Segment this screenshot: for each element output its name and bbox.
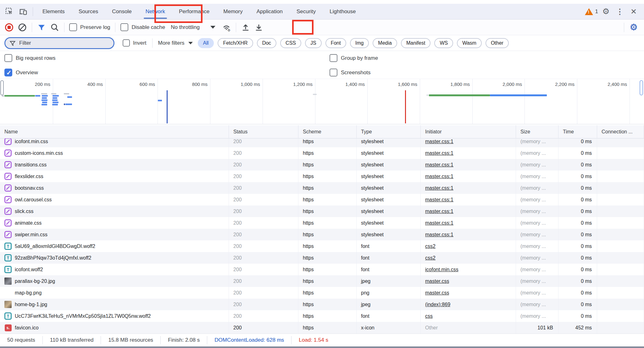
column-header-type[interactable]: Type <box>357 125 421 138</box>
initiator-link[interactable]: master.css:1 <box>425 220 453 226</box>
overview-box[interactable] <box>4 69 12 76</box>
console-warnings-button[interactable]: 1 <box>585 8 598 15</box>
filter-chip-fetch-xhr[interactable]: Fetch/XHR <box>218 38 253 48</box>
table-row[interactable]: slick.css200httpsstylesheetmaster.css:1(… <box>0 205 644 217</box>
import-har-icon[interactable] <box>239 21 252 34</box>
tab-memory[interactable]: Memory <box>216 4 249 20</box>
overview-checkbox[interactable]: Overview <box>4 69 38 76</box>
big-request-rows-box[interactable] <box>4 54 12 62</box>
network-conditions-icon[interactable]: ⚙ <box>220 21 233 34</box>
request-name-cell[interactable]: Ticofont.woff2 <box>0 264 229 275</box>
tab-application[interactable]: Application <box>250 4 290 20</box>
group-by-frame-box[interactable] <box>330 54 337 62</box>
search-icon[interactable] <box>48 21 61 34</box>
column-header-status[interactable]: Status <box>229 125 298 138</box>
column-header-scheme[interactable]: Scheme <box>298 125 357 138</box>
group-by-frame-checkbox[interactable]: Group by frame <box>330 54 378 62</box>
more-options-icon[interactable]: ⋮ <box>614 6 626 18</box>
filter-chip-css[interactable]: CSS <box>280 38 301 48</box>
table-row[interactable]: map-bg.png200httpspngmaster.css(memory .… <box>0 287 644 299</box>
column-header-size[interactable]: Size <box>516 125 558 138</box>
request-name-cell[interactable]: slick.css <box>0 205 229 217</box>
initiator-link[interactable]: master.css:1 <box>425 174 453 179</box>
clear-network-log-button[interactable] <box>16 21 29 34</box>
request-name-cell[interactable]: bootsnav.css <box>0 182 229 194</box>
filter-chip-wasm[interactable]: Wasm <box>457 38 482 48</box>
tab-elements[interactable]: Elements <box>36 4 72 20</box>
inspect-element-icon[interactable] <box>3 6 16 17</box>
disable-cache-checkbox[interactable]: Disable cache <box>120 23 165 31</box>
device-toolbar-icon[interactable] <box>16 6 30 17</box>
initiator-link[interactable]: icofont.min.css <box>425 267 458 272</box>
table-row[interactable]: icofont.min.css200httpsstylesheetmaster.… <box>0 138 644 147</box>
table-row[interactable]: flexslider.css200httpsstylesheetmaster.c… <box>0 171 644 182</box>
disable-cache-checkbox-box[interactable] <box>120 23 128 31</box>
preserve-log-checkbox[interactable]: Preserve log <box>69 23 110 31</box>
request-name-cell[interactable]: owl.carousel.css <box>0 194 229 205</box>
table-row[interactable]: animate.css200httpsstylesheetmaster.css:… <box>0 217 644 229</box>
request-name-cell[interactable]: home-bg-1.jpg <box>0 299 229 310</box>
request-name-cell[interactable]: animate.css <box>0 217 229 229</box>
export-har-icon[interactable] <box>252 21 265 34</box>
filter-chip-manifest[interactable]: Manifest <box>401 38 430 48</box>
filter-chip-all[interactable]: All <box>198 38 214 48</box>
filter-chip-ws[interactable]: WS <box>434 38 453 48</box>
preserve-log-checkbox-box[interactable] <box>69 23 77 31</box>
request-name-cell[interactable]: T92zatBhPNqw73oTd4jQmfxl.woff2 <box>0 252 229 264</box>
more-filters-dropdown[interactable]: More filters <box>158 40 193 46</box>
table-row[interactable]: T92zatBhPNqw73oTd4jQmfxl.woff2200httpsfo… <box>0 252 644 264</box>
screenshots-box[interactable] <box>330 69 337 76</box>
table-row[interactable]: parallax-bg-20.jpg200httpsjpegmaster.css… <box>0 275 644 287</box>
request-name-cell[interactable]: swiper.min.css <box>0 229 229 240</box>
filter-chip-font[interactable]: Font <box>325 38 346 48</box>
initiator-link[interactable]: master.css <box>425 290 449 296</box>
request-name-cell[interactable]: T5aU69_a8oxmIdGl4BDGwgDI.woff2 <box>0 240 229 252</box>
settings-gear-icon[interactable]: ⚙ <box>600 6 612 18</box>
table-row[interactable]: T5aU69_a8oxmIdGl4BDGwgDI.woff2200httpsfo… <box>0 240 644 252</box>
overview-right-handle[interactable] <box>640 80 643 95</box>
request-name-cell[interactable]: custom-icons.min.css <box>0 147 229 159</box>
table-row[interactable]: transitions.css200httpsstylesheetmaster.… <box>0 159 644 171</box>
throttling-dropdown[interactable]: No throttling <box>171 24 215 31</box>
filter-input[interactable] <box>4 37 114 49</box>
invert-checkbox-box[interactable] <box>123 39 130 47</box>
tab-console[interactable]: Console <box>105 4 138 20</box>
table-row[interactable]: bootsnav.css200httpsstylesheetmaster.css… <box>0 182 644 194</box>
initiator-link[interactable]: master.css:1 <box>425 139 453 144</box>
tab-sources[interactable]: Sources <box>72 4 105 20</box>
table-row[interactable]: swiper.min.css200httpsstylesheetmaster.c… <box>0 229 644 240</box>
table-row[interactable]: Ticofont.woff2200httpsfonticofont.min.cs… <box>0 264 644 275</box>
initiator-link[interactable]: master.css:1 <box>425 197 453 203</box>
tab-security[interactable]: Security <box>290 4 323 20</box>
initiator-link[interactable]: master.css <box>425 278 449 284</box>
filter-chip-js[interactable]: JS <box>305 38 322 48</box>
tab-lighthouse[interactable]: Lighthouse <box>323 4 363 20</box>
close-devtools-icon[interactable]: ✕ <box>628 6 640 18</box>
request-name-cell[interactable]: TUcC73FwrK3iLTeHuS_nVMrMxCp50SjIa1ZL7W0Q… <box>0 310 229 322</box>
column-header-connection[interactable]: Connection ... <box>597 125 644 138</box>
table-row[interactable]: s.favicon.ico200httpsx-iconOther101 kB45… <box>0 322 644 334</box>
initiator-link[interactable]: css <box>425 313 433 319</box>
record-network-log-button[interactable] <box>3 21 16 34</box>
network-settings-gear-icon[interactable]: ⚙ <box>627 21 640 34</box>
initiator-link[interactable]: master.css:1 <box>425 162 453 168</box>
tab-performance[interactable]: Performance <box>172 4 216 20</box>
tab-network[interactable]: Network <box>139 4 172 20</box>
filter-chip-other[interactable]: Other <box>486 38 509 48</box>
network-overview-timeline[interactable]: 200 ms400 ms600 ms800 ms1,000 ms1,200 ms… <box>0 79 644 124</box>
filter-chip-img[interactable]: Img <box>350 38 369 48</box>
table-row[interactable]: home-bg-1.jpg200httpsjpeg(index):869(mem… <box>0 299 644 310</box>
request-name-cell[interactable]: flexslider.css <box>0 171 229 182</box>
request-name-cell[interactable]: transitions.css <box>0 159 229 171</box>
table-row[interactable]: TUcC73FwrK3iLTeHuS_nVMrMxCp50SjIa1ZL7W0Q… <box>0 310 644 322</box>
filter-toggle-icon[interactable] <box>35 21 48 34</box>
initiator-link[interactable]: master.css:1 <box>425 232 453 238</box>
initiator-link[interactable]: master.css:1 <box>425 150 453 156</box>
column-header-name[interactable]: Name <box>0 125 229 138</box>
initiator-link[interactable]: css2 <box>425 244 436 249</box>
initiator-link[interactable]: (index):869 <box>425 302 450 307</box>
request-name-cell[interactable]: icofont.min.css <box>0 138 229 147</box>
filter-chip-media[interactable]: Media <box>373 38 397 48</box>
invert-checkbox[interactable]: Invert <box>123 39 147 47</box>
column-header-time[interactable]: Time <box>558 125 597 138</box>
